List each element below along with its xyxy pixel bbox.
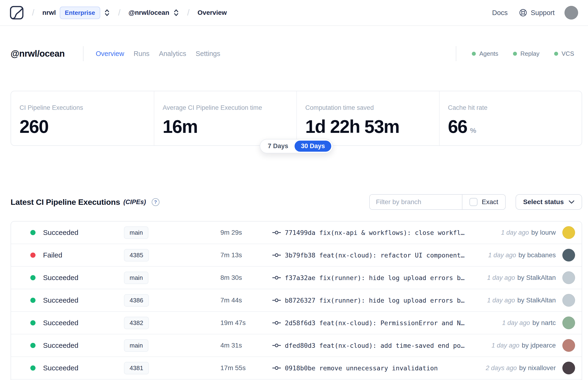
exact-checkbox[interactable] xyxy=(470,198,477,206)
commit-message: 3b79fb38 feat(nx-cloud): refactor UI com… xyxy=(285,252,465,259)
commit-message: 2d58f6d3 feat(nx-cloud): PermissionError… xyxy=(285,319,465,327)
stat-value: 260 xyxy=(19,116,147,137)
cipe-table: Succeeded main 9m 29s 771499da fix(nx-ap… xyxy=(11,221,582,380)
integration-replay[interactable]: Replay xyxy=(513,50,540,57)
time-ago: 1 day ago xyxy=(488,252,516,259)
green-status-dot xyxy=(554,52,558,56)
workspace-tabs: Overview Runs Analytics Settings xyxy=(96,50,220,57)
chevron-down-icon xyxy=(569,200,575,204)
integration-agents[interactable]: Agents xyxy=(472,50,498,57)
user-avatar[interactable] xyxy=(565,6,578,19)
time-ago: 2 days ago xyxy=(486,364,517,372)
stat-cards: CI Pipeline Executions 260 Average CI Pi… xyxy=(11,91,582,146)
divider xyxy=(456,46,456,61)
table-row[interactable]: Succeeded 4386 7m 44s b8726327 fix(runne… xyxy=(11,289,582,312)
author: by jdpearce xyxy=(522,342,556,349)
green-status-dot xyxy=(513,52,517,56)
cipe-section-header: Latest CI Pipeline Executions (CIPEs) ? … xyxy=(11,194,582,210)
git-commit-icon xyxy=(272,365,281,371)
support-link[interactable]: Support xyxy=(519,8,555,17)
range-30-days-button[interactable]: 30 Days xyxy=(294,141,331,152)
git-commit-icon xyxy=(272,229,281,236)
duration: 17m 55s xyxy=(213,364,272,372)
table-row[interactable]: Succeeded main 4m 31s dfed80d3 feat(nx-c… xyxy=(11,334,582,357)
duration: 19m 47s xyxy=(213,319,272,327)
status-dot xyxy=(30,320,36,325)
stats-section: CI Pipeline Executions 260 Average CI Pi… xyxy=(11,91,582,146)
tab-analytics[interactable]: Analytics xyxy=(159,50,186,57)
nx-cloud-logo-icon[interactable] xyxy=(9,5,24,20)
author-avatar xyxy=(562,249,575,262)
lifebuoy-icon xyxy=(519,8,527,17)
git-commit-icon xyxy=(272,275,281,281)
status-dot xyxy=(30,298,36,303)
breadcrumb-org[interactable]: nrwl xyxy=(42,9,56,17)
status-dot xyxy=(30,252,36,258)
time-ago: 1 day ago xyxy=(492,342,520,349)
tab-settings[interactable]: Settings xyxy=(196,50,220,57)
branch-badge: 4385 xyxy=(124,249,149,262)
workspace-selector-chevrons-icon[interactable] xyxy=(173,9,179,17)
table-row[interactable]: Succeeded main 8m 30s f37a32ae fix(runne… xyxy=(11,267,582,289)
exact-label: Exact xyxy=(482,198,498,206)
time-ago: 1 day ago xyxy=(502,319,530,326)
integration-vcs[interactable]: VCS xyxy=(554,50,574,57)
breadcrumb-separator: / xyxy=(187,8,190,18)
status-dot xyxy=(30,365,36,371)
commit-message: b8726327 fix(runner): hide log upload er… xyxy=(285,297,465,304)
branch-badge: 4382 xyxy=(124,317,149,329)
author-avatar xyxy=(562,362,575,374)
duration: 4m 31s xyxy=(213,342,272,349)
top-navigation-bar: / nrwl Enterprise / @nrwl/ocean / Overvi… xyxy=(0,0,588,26)
cipe-section-note: (CIPEs) xyxy=(123,198,146,206)
status-select-dropdown[interactable]: Select status xyxy=(515,194,582,210)
integration-status-list: Agents Replay VCS xyxy=(472,50,574,57)
branch-filter-group: Exact xyxy=(369,194,506,210)
stat-card-average-execution-time: Average CI Pipeline Execution time 16m xyxy=(154,91,297,145)
exact-match-toggle[interactable]: Exact xyxy=(462,195,505,209)
git-commit-icon xyxy=(272,297,281,303)
divider xyxy=(83,46,83,61)
duration: 8m 30s xyxy=(213,274,272,282)
tab-overview[interactable]: Overview xyxy=(96,50,124,57)
branch-badge: 4381 xyxy=(124,362,149,374)
cipe-section-title: Latest CI Pipeline Executions xyxy=(11,197,120,207)
docs-link[interactable]: Docs xyxy=(492,9,508,17)
breadcrumb-page: Overview xyxy=(198,9,227,17)
author-avatar xyxy=(562,317,575,329)
workspace-header: @nrwl/ocean Overview Runs Analytics Sett… xyxy=(11,46,582,61)
org-selector-chevrons-icon[interactable] xyxy=(104,9,110,17)
git-commit-icon xyxy=(272,320,281,326)
branch-badge: 4386 xyxy=(124,294,149,307)
status-dot xyxy=(30,230,36,235)
stat-value: 16m xyxy=(163,116,289,137)
author-avatar xyxy=(562,294,575,307)
commit-message: f37a32ae fix(runner): hide log upload er… xyxy=(285,274,465,282)
time-ago: 1 day ago xyxy=(501,229,529,236)
commit-message: 771499da fix(nx-api & workflows): close … xyxy=(285,229,465,236)
author: by StalkAltan xyxy=(517,274,556,281)
commit-message: 0918b0be remove unnecessary invalidation xyxy=(285,364,438,372)
git-commit-icon xyxy=(272,342,281,348)
range-7-days-button[interactable]: 7 Days xyxy=(261,141,294,152)
branch-badge: main xyxy=(124,272,148,284)
stat-card-computation-time-saved: Computation time saved 1d 22h 53m xyxy=(296,91,439,145)
table-row[interactable]: Succeeded main 9m 29s 771499da fix(nx-ap… xyxy=(11,222,582,244)
table-row[interactable]: Succeeded 4381 17m 55s 0918b0be remove u… xyxy=(11,357,582,380)
help-icon[interactable]: ? xyxy=(152,198,159,206)
author: by StalkAltan xyxy=(517,297,556,304)
time-ago: 1 day ago xyxy=(487,297,515,304)
breadcrumb-workspace[interactable]: @nrwl/ocean xyxy=(128,9,169,17)
tab-runs[interactable]: Runs xyxy=(133,50,150,57)
commit-message: dfed80d3 feat(nx-cloud): add time-saved … xyxy=(285,342,465,349)
duration: 7m 13s xyxy=(213,251,272,259)
table-row[interactable]: Failed 4385 7m 13s 3b79fb38 feat(nx-clou… xyxy=(11,244,582,267)
green-status-dot xyxy=(472,52,476,56)
stat-value: 1d 22h 53m xyxy=(305,116,432,137)
table-row[interactable]: Succeeded 4382 19m 47s 2d58f6d3 feat(nx-… xyxy=(11,312,582,334)
duration: 9m 29s xyxy=(213,229,272,236)
breadcrumb-separator: / xyxy=(32,8,34,18)
author: by nartc xyxy=(532,319,556,326)
branch-filter-input[interactable] xyxy=(370,195,462,209)
status-dot xyxy=(30,343,36,348)
